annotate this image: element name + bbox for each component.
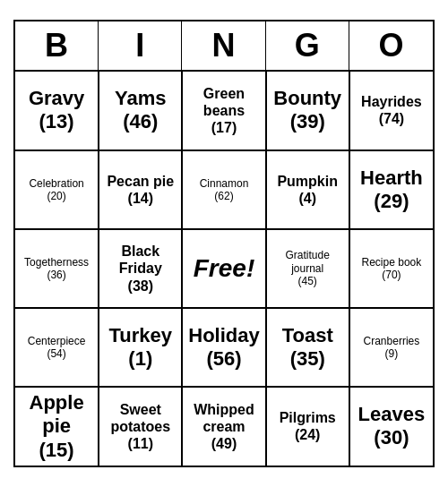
bingo-header: BINGO [15, 21, 433, 72]
cell-text-4: Hayrides(74) [361, 93, 422, 127]
bingo-cell-7: Cinnamon(62) [182, 150, 265, 229]
bingo-grid: Gravy(13)Yams(46)Green beans(17)Bounty(3… [15, 72, 433, 466]
bingo-cell-22: Whipped cream(49) [182, 387, 265, 466]
bingo-cell-17: Holiday(56) [182, 308, 265, 387]
bingo-cell-9: Hearth(29) [349, 150, 433, 229]
cell-text-23: Pilgrims(24) [280, 409, 336, 443]
bingo-cell-21: Sweet potatoes(11) [99, 387, 182, 466]
cell-text-24: Leaves(30) [358, 403, 426, 450]
bingo-cell-14: Recipe book(70) [349, 229, 433, 308]
cell-text-6: Pecan pie(14) [107, 173, 174, 207]
bingo-cell-12: Free! [182, 229, 265, 308]
bingo-cell-16: Turkey(1) [99, 308, 182, 387]
bingo-cell-19: Cranberries(9) [349, 308, 433, 387]
bingo-card: BINGO Gravy(13)Yams(46)Green beans(17)Bo… [13, 20, 435, 467]
cell-text-16: Turkey(1) [109, 324, 173, 372]
cell-text-15: Centerpiece(54) [28, 335, 86, 361]
cell-text-0: Gravy(13) [29, 87, 84, 134]
cell-text-5: Celebration(20) [29, 177, 83, 203]
header-letter-o: O [349, 21, 433, 70]
bingo-cell-13: Gratitude journal(45) [266, 229, 349, 308]
cell-text-2: Green beans(17) [186, 85, 261, 137]
free-space-text: Free! [194, 254, 254, 283]
bingo-cell-0: Gravy(13) [15, 72, 99, 150]
cell-text-13: Gratitude journal(45) [271, 249, 345, 287]
cell-text-10: Togetherness(36) [24, 256, 89, 282]
cell-text-18: Toast(35) [282, 324, 333, 372]
bingo-cell-23: Pilgrims(24) [266, 387, 349, 466]
bingo-cell-1: Yams(46) [99, 72, 182, 150]
bingo-cell-11: Black Friday(38) [99, 229, 182, 308]
cell-text-17: Holiday(56) [188, 324, 259, 372]
cell-text-8: Pumpkin(4) [277, 173, 338, 207]
bingo-cell-5: Celebration(20) [15, 150, 99, 229]
cell-text-14: Recipe book(70) [362, 256, 422, 282]
bingo-cell-2: Green beans(17) [182, 72, 265, 150]
header-letter-n: N [182, 21, 265, 70]
header-letter-b: B [15, 21, 99, 70]
bingo-cell-24: Leaves(30) [349, 387, 433, 466]
bingo-cell-3: Bounty(39) [266, 72, 349, 150]
cell-text-20: Apple pie(15) [19, 391, 94, 462]
cell-text-19: Cranberries(9) [364, 335, 420, 361]
header-letter-i: I [99, 21, 182, 70]
bingo-cell-15: Centerpiece(54) [15, 308, 99, 387]
cell-text-3: Bounty(39) [273, 87, 341, 134]
bingo-cell-8: Pumpkin(4) [266, 150, 349, 229]
header-letter-g: G [266, 21, 349, 70]
bingo-cell-20: Apple pie(15) [15, 387, 99, 466]
cell-text-1: Yams(46) [115, 87, 167, 134]
cell-text-11: Black Friday(38) [103, 243, 177, 295]
bingo-cell-10: Togetherness(36) [15, 229, 99, 308]
cell-text-7: Cinnamon(62) [200, 177, 249, 203]
cell-text-21: Sweet potatoes(11) [103, 401, 177, 453]
bingo-cell-6: Pecan pie(14) [99, 150, 182, 229]
cell-text-22: Whipped cream(49) [186, 401, 261, 453]
cell-text-9: Hearth(29) [360, 167, 423, 214]
bingo-cell-18: Toast(35) [266, 308, 349, 387]
bingo-cell-4: Hayrides(74) [349, 72, 433, 150]
